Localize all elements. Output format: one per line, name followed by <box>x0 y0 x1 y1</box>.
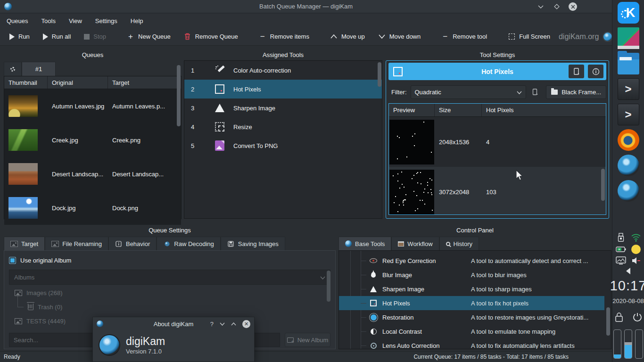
shade-up-icon[interactable] <box>231 322 236 326</box>
move-down-button[interactable]: Move down <box>373 30 425 43</box>
terminal-icon[interactable]: > <box>618 78 639 100</box>
black-frames-scrollbar[interactable] <box>601 169 605 201</box>
volume-muted-icon[interactable] <box>631 256 641 265</box>
shade-down-icon[interactable] <box>220 322 225 326</box>
tab-behavior[interactable]: Behavior <box>108 237 157 250</box>
assigned-tools-scrollbar[interactable] <box>378 62 381 87</box>
firefox-icon[interactable] <box>618 129 639 151</box>
tab-workflow[interactable]: Workflow <box>391 237 439 250</box>
raw-icon <box>163 240 171 247</box>
digikam-task-icon[interactable] <box>618 180 639 202</box>
black-frame-button[interactable]: Black Frame... <box>546 85 606 99</box>
assigned-tools-title: Assigned Tools <box>184 50 382 60</box>
menu-tools[interactable]: Tools <box>41 17 56 25</box>
titlebar[interactable]: Batch Queue Manager — digiKam <box>0 0 612 13</box>
image-plus-icon <box>51 241 59 247</box>
clock[interactable]: 10:17 <box>610 278 644 294</box>
digikam-task-icon[interactable] <box>618 155 639 176</box>
kde-launcher-icon[interactable]: K <box>618 2 639 24</box>
new-queue-button[interactable]: +New Queue <box>122 30 175 43</box>
queue-settings-tab-button[interactable] <box>4 62 22 76</box>
page-icon[interactable] <box>532 89 539 96</box>
move-up-button[interactable]: Move up <box>325 30 370 43</box>
display-icon[interactable] <box>616 256 626 265</box>
menu-settings[interactable]: Settings <box>95 17 117 25</box>
queue-row-autumn[interactable]: Autumn Leaves.jpg Autumn Leaves.p... <box>4 89 181 123</box>
tab-saving-images[interactable]: Saving Images <box>221 237 285 250</box>
meter-bar[interactable] <box>613 329 621 359</box>
tab-history[interactable]: History <box>439 237 479 250</box>
column-hot-pixels[interactable]: Hot Pixels <box>482 104 593 116</box>
filter-combobox[interactable]: Quadratic <box>411 85 526 99</box>
pattern-app-icon[interactable] <box>618 27 639 49</box>
close-icon[interactable]: ✕ <box>242 320 250 328</box>
assigned-tool-resize[interactable]: 4 Resize <box>184 117 382 136</box>
queues-scrollbar[interactable] <box>177 65 181 126</box>
tab-target[interactable]: Target <box>4 237 45 250</box>
run-all-button[interactable]: Run all <box>38 30 75 43</box>
usb-device-icon[interactable] <box>617 233 625 242</box>
notification-icon[interactable] <box>631 244 641 255</box>
albums-scrollbar[interactable] <box>327 271 330 302</box>
black-frame-row-1[interactable]: 2048x1536 4 <box>389 117 606 167</box>
terminal-icon[interactable]: > <box>618 104 639 125</box>
assigned-tool-color-auto-correction[interactable]: 1 Color Auto-correction <box>184 61 382 80</box>
menu-queues[interactable]: Queues <box>7 17 28 25</box>
use-original-album-checkbox[interactable] <box>9 257 16 264</box>
column-target[interactable]: Target <box>108 76 167 89</box>
assigned-tool-convert-to-png[interactable]: 5 Convert To PNG <box>184 136 382 155</box>
column-preview[interactable]: Preview <box>389 104 435 116</box>
tab-base-tools[interactable]: Base Tools <box>339 237 391 250</box>
menu-view[interactable]: View <box>69 17 82 25</box>
assigned-tool-sharpen-image[interactable]: 3 Sharpen Image <box>184 99 382 117</box>
run-button[interactable]: Run <box>5 30 34 43</box>
tool-hot-pixels[interactable]: Hot Pixels A tool to fix hot pixels <box>339 296 604 310</box>
tab-file-renaming[interactable]: File Renaming <box>45 237 108 250</box>
meter-bar[interactable] <box>624 329 632 359</box>
control-panel-scrollbar[interactable] <box>606 307 610 336</box>
lock-icon[interactable] <box>614 312 624 324</box>
menu-help[interactable]: Help <box>131 17 143 25</box>
column-size[interactable]: Size <box>435 104 482 116</box>
remove-queue-button[interactable]: Remove Queue <box>179 30 243 43</box>
trash-icon <box>184 33 191 41</box>
wifi-icon[interactable] <box>631 233 641 242</box>
restoration-icon <box>371 314 377 321</box>
column-original[interactable]: Original <box>48 76 108 89</box>
black-frame-row-2[interactable]: 3072x2048 103 <box>389 167 606 215</box>
remove-items-button[interactable]: −Remove items <box>254 30 314 43</box>
hot-pixels-icon <box>370 300 377 306</box>
tool-blur-image[interactable]: Blur Image A tool to blur images <box>339 268 611 282</box>
digikam-org-link[interactable]: digiKam.org <box>559 32 613 42</box>
queue-row-desert[interactable]: Desert Landscap... Desert Landscap... <box>4 157 181 191</box>
minimize-icon[interactable] <box>537 2 545 11</box>
use-original-album-row[interactable]: Use original Album <box>9 255 330 266</box>
help-icon[interactable]: ? <box>210 321 214 328</box>
tab-raw-decoding[interactable]: Raw Decoding <box>157 237 221 250</box>
tool-red-eye-correction[interactable]: Red Eye Correction A tool to automatical… <box>339 254 611 268</box>
remove-tool-button[interactable]: −Remove tool <box>437 30 492 43</box>
date[interactable]: 2020-08-08 <box>612 297 644 304</box>
queue-settings-tabs: Target File Renaming Behavior Raw Decodi… <box>4 237 336 250</box>
full-screen-button[interactable]: Full Screen <box>503 30 555 43</box>
about-dialog-titlebar[interactable]: About digiKam ? ✕ <box>93 317 254 330</box>
file-manager-icon[interactable] <box>618 53 639 74</box>
assigned-tool-hot-pixels[interactable]: 2 Hot Pixels <box>184 80 382 99</box>
tool-sharpen-image[interactable]: Sharpen Image A tool to sharp images <box>339 282 611 296</box>
minus-icon: − <box>441 33 449 41</box>
queue-tab-1[interactable]: #1 <box>22 62 56 76</box>
panel-meters[interactable] <box>613 329 643 359</box>
queue-row-creek[interactable]: Creek.jpg Creek.png <box>4 123 181 157</box>
tool-lens-auto-correction[interactable]: Lens Auto Correction A tool to fix autom… <box>339 338 611 349</box>
meter-bar[interactable] <box>635 329 643 359</box>
battery-icon[interactable] <box>616 246 626 253</box>
power-icon[interactable] <box>632 312 643 324</box>
maximize-icon[interactable] <box>553 2 561 11</box>
column-thumbnail[interactable]: Thumbnail <box>4 76 48 89</box>
tray-expander-icon[interactable] <box>626 268 630 274</box>
tool-local-contrast[interactable]: Local Contrast A tool to emulate tone ma… <box>339 324 611 338</box>
tool-restoration[interactable]: Restoration A tool to restore images usi… <box>339 310 611 324</box>
queue-row-dock[interactable]: Dock.jpg Dock.png <box>4 191 181 225</box>
close-icon[interactable] <box>569 2 577 11</box>
queue-table-header: Thumbnail Original Target <box>4 76 181 89</box>
